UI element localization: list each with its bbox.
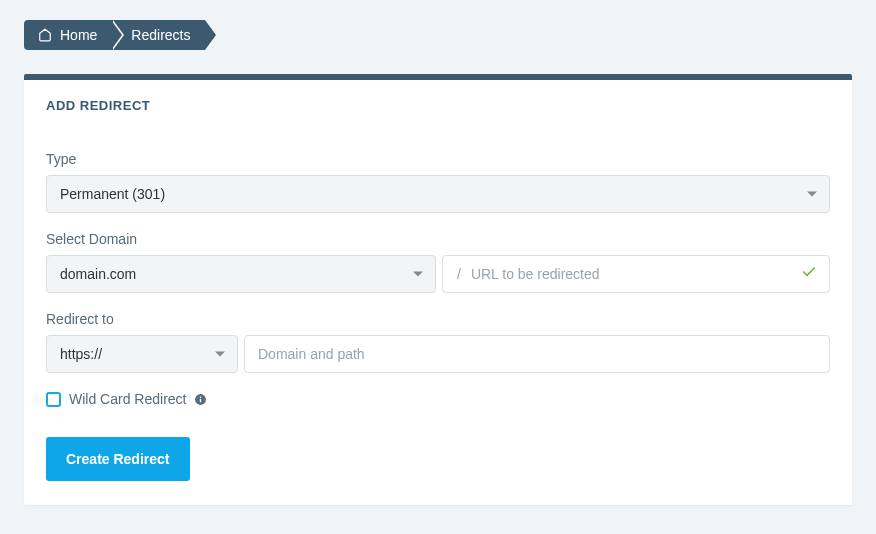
protocol-select[interactable]: https:// bbox=[46, 335, 238, 373]
form-group-redirect-to: Redirect to https:// bbox=[46, 311, 830, 373]
chevron-down-icon bbox=[413, 272, 423, 277]
domain-select[interactable]: domain.com bbox=[46, 255, 436, 293]
card-title: ADD REDIRECT bbox=[46, 98, 830, 113]
wildcard-label: Wild Card Redirect bbox=[69, 391, 186, 407]
protocol-selected-value: https:// bbox=[60, 346, 102, 362]
breadcrumb: Home Redirects bbox=[24, 20, 852, 50]
redirect-to-label: Redirect to bbox=[46, 311, 830, 327]
breadcrumb-home[interactable]: Home bbox=[24, 20, 111, 50]
wildcard-row: Wild Card Redirect bbox=[46, 391, 830, 407]
path-input[interactable] bbox=[471, 256, 829, 292]
create-redirect-button[interactable]: Create Redirect bbox=[46, 437, 190, 481]
breadcrumb-redirects[interactable]: Redirects bbox=[111, 20, 204, 50]
domain-label: Select Domain bbox=[46, 231, 830, 247]
redirect-to-input-group bbox=[244, 335, 830, 373]
check-icon bbox=[801, 264, 817, 284]
card-add-redirect: ADD REDIRECT Type Permanent (301) Select… bbox=[24, 74, 852, 505]
type-selected-value: Permanent (301) bbox=[60, 186, 165, 202]
wildcard-checkbox[interactable] bbox=[46, 392, 61, 407]
type-label: Type bbox=[46, 151, 830, 167]
home-icon bbox=[38, 28, 52, 42]
chevron-down-icon bbox=[807, 192, 817, 197]
domain-selected-value: domain.com bbox=[60, 266, 136, 282]
chevron-down-icon bbox=[215, 352, 225, 357]
redirect-to-input[interactable] bbox=[245, 336, 829, 372]
info-icon[interactable] bbox=[194, 393, 207, 406]
svg-point-2 bbox=[200, 396, 202, 398]
path-input-group: / bbox=[442, 255, 830, 293]
breadcrumb-home-label: Home bbox=[60, 27, 97, 43]
breadcrumb-redirects-label: Redirects bbox=[131, 27, 190, 43]
form-group-domain: Select Domain domain.com / bbox=[46, 231, 830, 293]
path-prefix: / bbox=[443, 266, 471, 282]
type-select[interactable]: Permanent (301) bbox=[46, 175, 830, 213]
form-group-type: Type Permanent (301) bbox=[46, 151, 830, 213]
